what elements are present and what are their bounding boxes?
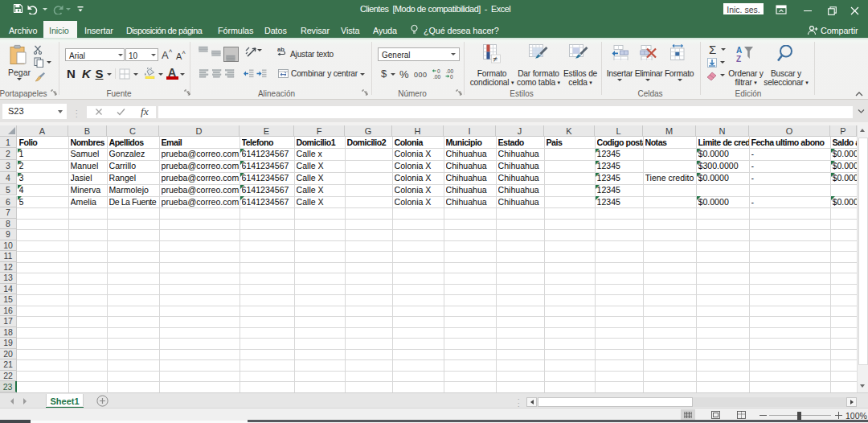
svg-text:.00: .00 xyxy=(433,74,440,80)
svg-text:≠: ≠ xyxy=(493,55,498,64)
svg-text:A: A xyxy=(736,46,742,55)
svg-text:Z: Z xyxy=(736,55,741,62)
svg-text:ab: ab xyxy=(277,47,285,53)
svg-text:0: 0 xyxy=(450,74,453,80)
